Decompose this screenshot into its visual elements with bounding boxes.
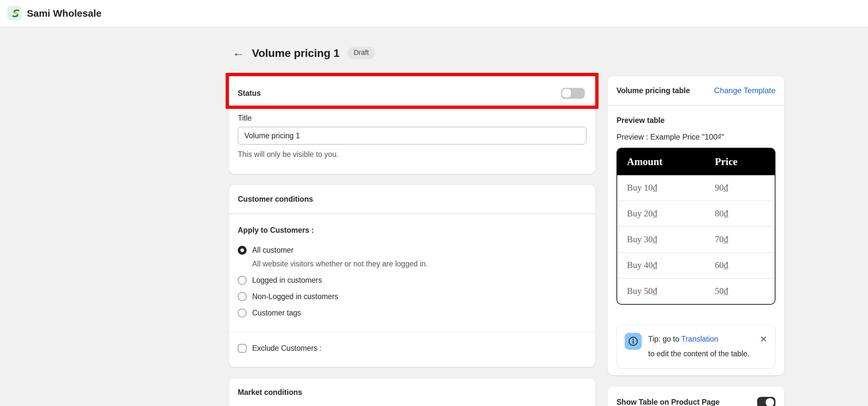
tip-banner: Tip: go to Translation to edit the conte…	[617, 325, 775, 369]
table-row: Buy 30₫ 70₫	[617, 226, 775, 252]
price-cell: 50₫	[715, 278, 775, 304]
back-button[interactable]: ←	[232, 46, 245, 59]
radio-logged-in-customers[interactable]: Logged in customers	[238, 276, 586, 285]
toggle-knob	[766, 398, 774, 406]
radio-unselected-icon[interactable]	[238, 292, 247, 301]
app-logo-icon: S	[7, 6, 22, 21]
price-cell: 80₫	[715, 201, 775, 226]
page-root: S Sami Wholesale ← Volume pricing 1 Draf…	[0, 0, 868, 406]
page-header: ← Volume pricing 1 Draft	[229, 46, 595, 60]
show-table-label: Show Table on Product Page	[617, 398, 719, 406]
table-row: Buy 10₫ 90₫	[617, 175, 775, 201]
main-column: ← Volume pricing 1 Draft Status Title Th…	[229, 46, 595, 406]
tip-suffix: to edit the content of the table.	[648, 349, 749, 358]
amount-cell: Buy 30₫	[617, 226, 715, 252]
radio-customer-tags[interactable]: Customer tags	[238, 309, 586, 317]
title-block: Title This will only be visible to you.	[229, 101, 595, 174]
exclude-customers-label[interactable]: Exclude Customers :	[252, 344, 321, 353]
preview-table-title: Preview table	[617, 116, 775, 125]
exclude-customers-row[interactable]: Exclude Customers :	[229, 332, 595, 367]
apply-to-customers-label: Apply to Customers :	[238, 226, 586, 235]
page-title: Volume pricing 1	[252, 47, 339, 60]
info-icon	[625, 333, 642, 350]
aside-column: Volume pricing table Change Template Pre…	[608, 76, 784, 406]
market-conditions-header: Market conditions	[229, 378, 595, 406]
title-input[interactable]	[238, 127, 586, 145]
price-cell: 70₫	[715, 226, 775, 252]
title-helper-text: This will only be visible to you.	[238, 150, 586, 159]
svg-text:S: S	[11, 7, 19, 19]
radio-non-logged-in-customers[interactable]: Non-Logged in customers	[238, 292, 586, 301]
draft-status-badge: Draft	[347, 47, 375, 59]
radio-unselected-icon[interactable]	[238, 276, 247, 285]
customer-conditions-card: Customer conditions Apply to Customers :…	[229, 185, 595, 367]
pricing-card-title: Volume pricing table	[617, 86, 690, 95]
market-conditions-card: Market conditions	[229, 378, 595, 406]
show-table-card: Show Table on Product Page	[608, 386, 784, 406]
amount-cell: Buy 20₫	[617, 201, 715, 226]
price-cell: 60₫	[715, 252, 775, 278]
radio-option-label[interactable]: Customer tags	[252, 309, 301, 317]
status-toggle[interactable]	[561, 88, 585, 99]
translation-link[interactable]: Translation	[681, 335, 718, 343]
price-cell: 90₫	[715, 175, 775, 201]
table-header-row: Amount Price	[617, 148, 775, 175]
exclude-customers-checkbox[interactable]	[238, 344, 247, 353]
amount-cell: Buy 10₫	[617, 175, 715, 201]
pricing-card-header: Volume pricing table Change Template	[608, 76, 784, 105]
close-icon[interactable]: ✕	[760, 332, 767, 344]
amount-cell: Buy 40₫	[617, 252, 715, 278]
table-row: Buy 20₫ 80₫	[617, 201, 775, 226]
pricing-preview-table: Amount Price Buy 10₫ 90₫ Buy 2	[617, 148, 775, 305]
topbar: S Sami Wholesale	[0, 0, 868, 27]
status-label: Status	[238, 89, 261, 98]
show-table-toggle[interactable]	[757, 397, 775, 406]
table-row: Buy 40₫ 60₫	[617, 252, 775, 278]
radio-all-customer[interactable]: All customer	[238, 246, 586, 255]
status-row: Status	[229, 74, 595, 101]
pricing-card-body: Preview table Preview : Example Price "1…	[608, 105, 784, 375]
market-conditions-title: Market conditions	[238, 388, 302, 397]
radio-option-label[interactable]: Logged in customers	[252, 276, 322, 285]
show-table-row: Show Table on Product Page	[608, 386, 784, 406]
customer-conditions-body: Apply to Customers : All customer All we…	[229, 214, 595, 332]
title-field-label: Title	[238, 114, 586, 123]
radio-option-label[interactable]: Non-Logged in customers	[252, 292, 338, 301]
app-name: Sami Wholesale	[27, 8, 101, 19]
volume-pricing-table-card: Volume pricing table Change Template Pre…	[608, 76, 784, 375]
radio-selected-icon[interactable]	[238, 246, 247, 255]
customer-conditions-header: Customer conditions	[229, 185, 595, 214]
amount-cell: Buy 50₫	[617, 278, 715, 304]
radio-option-label[interactable]: All customer	[252, 246, 294, 255]
preview-caption: Preview : Example Price "100₫"	[617, 133, 775, 142]
tip-text: Tip: go to Translation to edit the conte…	[648, 332, 749, 361]
toggle-knob	[562, 89, 571, 98]
price-column-header: Price	[715, 148, 775, 175]
amount-column-header: Amount	[617, 148, 715, 175]
table-row: Buy 50₫ 50₫	[617, 278, 775, 304]
radio-helper-text: All website visitors whether or not they…	[252, 259, 586, 269]
status-title-card: Status Title This will only be visible t…	[229, 74, 595, 174]
customer-conditions-title: Customer conditions	[238, 195, 313, 203]
change-template-link[interactable]: Change Template	[714, 86, 775, 95]
tip-prefix: Tip: go to	[648, 335, 681, 343]
radio-unselected-icon[interactable]	[238, 309, 247, 317]
